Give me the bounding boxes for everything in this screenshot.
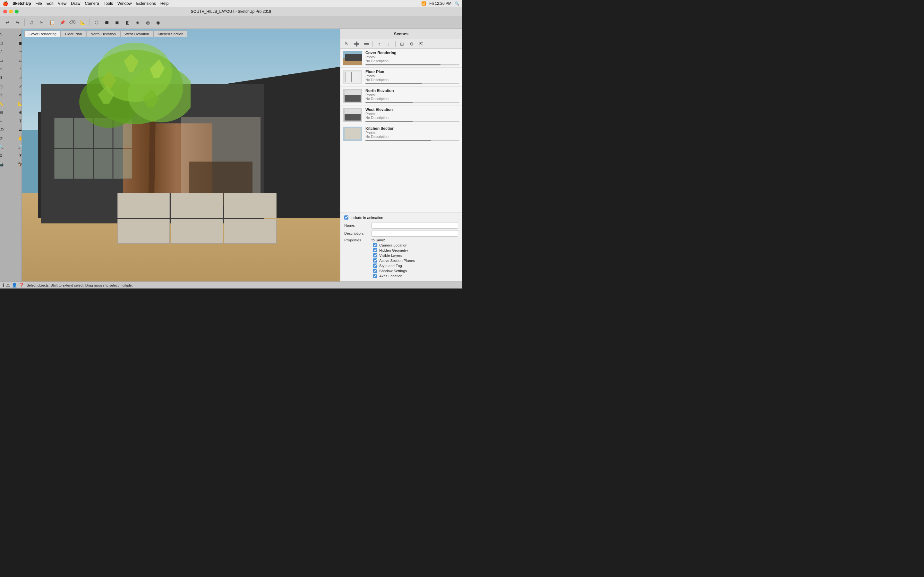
freehand-tool[interactable]: 〜 bbox=[11, 47, 22, 56]
expand-button[interactable]: ⇱ bbox=[417, 40, 425, 47]
scene-item-floor-plan[interactable]: Floor Plan Photo: No Description bbox=[341, 68, 462, 87]
rect-tool[interactable]: ▭ bbox=[0, 56, 11, 64]
apple-menu[interactable]: 🍎 bbox=[3, 1, 8, 6]
group-button[interactable]: ⬢ bbox=[102, 18, 111, 27]
rotate-rect-tool[interactable]: ▱ bbox=[11, 56, 22, 64]
offset-tool[interactable]: ◌ bbox=[0, 82, 11, 90]
zoom-window-tool[interactable]: 🔎 bbox=[11, 143, 22, 151]
remove-scene-button[interactable]: ➖ bbox=[362, 40, 370, 47]
view-options-button[interactable]: ⊞ bbox=[398, 40, 406, 47]
prop-style-checkbox[interactable] bbox=[373, 263, 377, 268]
menu-extensions[interactable]: Extensions bbox=[136, 1, 156, 6]
prop-axes-checkbox[interactable] bbox=[373, 274, 377, 278]
maximize-button[interactable] bbox=[15, 10, 19, 13]
scene-item-kitchen[interactable]: Kitchen Section Photo: No Description bbox=[341, 124, 462, 143]
axes-tool[interactable]: ⊕ bbox=[11, 108, 22, 116]
component-button[interactable]: ⬡ bbox=[92, 18, 102, 27]
menu-file[interactable]: File bbox=[36, 1, 42, 6]
fly-tool[interactable]: 🦅 bbox=[11, 160, 22, 168]
menu-edit[interactable]: Edit bbox=[47, 1, 53, 6]
menu-camera[interactable]: Camera bbox=[85, 1, 99, 6]
pan-tool[interactable]: ✋ bbox=[11, 134, 22, 142]
circle-tool[interactable]: ○ bbox=[0, 65, 11, 73]
tab-north-elevation[interactable]: North Elevation bbox=[86, 31, 120, 37]
line-tool[interactable]: / bbox=[0, 47, 11, 56]
3d-text-tool[interactable]: 3D bbox=[0, 125, 11, 134]
prop-hidden-checkbox[interactable] bbox=[373, 248, 377, 252]
viewport[interactable]: Cover Rendering Floor Plan North Elevati… bbox=[22, 29, 340, 282]
3d-tools: 3D ⛰ bbox=[0, 125, 22, 134]
scale-tool[interactable]: ⤢ bbox=[11, 82, 22, 90]
look-around-tool[interactable]: 👁 bbox=[11, 151, 22, 160]
prop-shadow-checkbox[interactable] bbox=[373, 269, 377, 273]
pushpull-tool[interactable]: ⬆ bbox=[0, 73, 11, 82]
menu-help[interactable]: Help bbox=[160, 1, 169, 6]
include-animation-checkbox[interactable] bbox=[344, 215, 349, 219]
scene-down-button[interactable]: ↓ bbox=[385, 40, 393, 47]
cut-button[interactable]: ✂ bbox=[37, 18, 47, 27]
add-scene-button[interactable]: ➕ bbox=[352, 40, 360, 47]
status-icon-help[interactable]: ❓ bbox=[19, 283, 24, 287]
menu-window[interactable]: Window bbox=[118, 1, 132, 6]
menu-sketchup[interactable]: SketchUp bbox=[13, 1, 31, 6]
rotate-tool[interactable]: ↻ bbox=[11, 91, 22, 99]
sandbox-tool[interactable]: ⛰ bbox=[11, 125, 22, 134]
paint-tool[interactable]: 🖌 bbox=[11, 30, 22, 39]
status-icon-warn[interactable]: ⚠ bbox=[6, 283, 10, 287]
close-button[interactable] bbox=[3, 10, 7, 13]
section-plane-tool[interactable]: ⊞ bbox=[0, 108, 11, 116]
scene-up-button[interactable]: ↑ bbox=[375, 40, 383, 47]
tab-cover-rendering[interactable]: Cover Rendering bbox=[24, 31, 61, 37]
move-tool[interactable]: ✛ bbox=[0, 91, 11, 99]
arc-tool[interactable]: ◜ bbox=[11, 65, 22, 73]
menu-view[interactable]: View bbox=[58, 1, 66, 6]
protractor-tool[interactable]: 📐 bbox=[11, 99, 22, 108]
undo-button[interactable]: ↩ bbox=[3, 18, 12, 27]
description-input[interactable] bbox=[372, 230, 458, 237]
redo-button[interactable]: ↪ bbox=[13, 18, 23, 27]
followme-tool[interactable]: ↗ bbox=[11, 73, 22, 82]
text-tool[interactable]: T bbox=[11, 117, 22, 125]
position-camera-tool[interactable]: 📷 bbox=[0, 160, 11, 168]
solid-button[interactable]: ◼ bbox=[112, 18, 122, 27]
scene-item-north-elev[interactable]: North Elevation Photo: No Description bbox=[341, 87, 462, 105]
status-icon-info[interactable]: ℹ bbox=[3, 283, 4, 287]
scene-progress-fill-cover bbox=[365, 64, 441, 65]
menu-tools[interactable]: Tools bbox=[103, 1, 113, 6]
search-icon[interactable]: 🔍 bbox=[455, 1, 459, 6]
tab-kitchen-section[interactable]: Kitchen Section bbox=[153, 31, 187, 37]
erase-button[interactable]: ⌫ bbox=[68, 18, 78, 27]
minimize-button[interactable] bbox=[9, 10, 13, 13]
tape-tool[interactable]: 📏 bbox=[0, 99, 11, 108]
dimension-tools: ↔ T bbox=[0, 117, 22, 125]
tab-west-elevation[interactable]: West Elevation bbox=[120, 31, 153, 37]
status-icon-person[interactable]: 👤 bbox=[12, 283, 17, 287]
orbit-tool-lt[interactable]: ⟳ bbox=[0, 134, 11, 142]
zoom-tool[interactable]: 🔍 bbox=[0, 143, 11, 151]
paste-button[interactable]: 📌 bbox=[57, 18, 67, 27]
copy-button[interactable]: 📋 bbox=[47, 18, 57, 27]
prop-hidden-row: Hidden Geometry bbox=[373, 248, 458, 252]
glass-panel-1 bbox=[54, 118, 73, 148]
dimension-tool[interactable]: ↔ bbox=[0, 117, 11, 125]
eraser-tool[interactable]: ◻ bbox=[0, 39, 11, 47]
measure-button[interactable]: 📐 bbox=[78, 18, 87, 27]
prop-layers-checkbox[interactable] bbox=[373, 253, 377, 258]
scene-item-cover-rendering[interactable]: Cover Rendering Photo: No Description bbox=[341, 49, 462, 68]
refresh-button[interactable]: ↻ bbox=[343, 40, 351, 47]
settings-button[interactable]: ⚙ bbox=[408, 40, 415, 47]
menu-draw[interactable]: Draw bbox=[71, 1, 80, 6]
view3d-button[interactable]: ◈ bbox=[133, 18, 142, 27]
section-button[interactable]: ◧ bbox=[123, 18, 132, 27]
prop-camera-checkbox[interactable] bbox=[373, 243, 377, 247]
style-button[interactable]: ◉ bbox=[153, 18, 163, 27]
tab-floor-plan[interactable]: Floor Plan bbox=[61, 31, 86, 37]
fill-tool[interactable]: ◼ bbox=[11, 39, 22, 47]
print-button[interactable]: 🖨 bbox=[27, 18, 36, 27]
name-input[interactable] bbox=[372, 222, 458, 229]
orbit-button[interactable]: ◎ bbox=[143, 18, 153, 27]
walk-tool[interactable]: ⚙ bbox=[0, 151, 11, 160]
select-tool[interactable]: ↖ bbox=[0, 30, 11, 39]
scene-item-west-elev[interactable]: West Elevation Photo: No Description bbox=[341, 105, 462, 124]
prop-sections-checkbox[interactable] bbox=[373, 258, 377, 263]
